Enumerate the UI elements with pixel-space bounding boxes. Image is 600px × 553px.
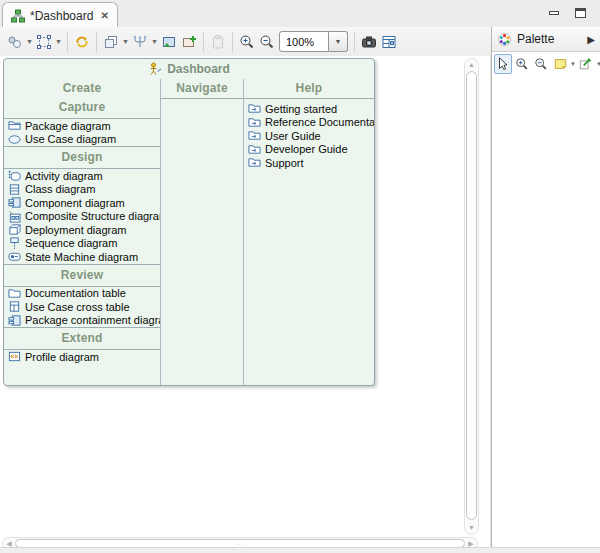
item-label: Getting started bbox=[265, 103, 337, 115]
dropdown-arrow-icon[interactable]: ▼ bbox=[570, 61, 576, 67]
palette-flyout-icon[interactable]: ▶ bbox=[587, 34, 595, 45]
synchronize-button[interactable] bbox=[72, 31, 92, 53]
use-case-diagram-icon bbox=[8, 133, 21, 146]
item-label: Activity diagram bbox=[25, 170, 103, 182]
minimize-icon[interactable] bbox=[549, 11, 559, 15]
help-folder-icon bbox=[248, 129, 261, 142]
dashboard-item-class-diagram[interactable]: Class diagram bbox=[4, 183, 160, 197]
arrange-button[interactable] bbox=[130, 31, 150, 53]
dashboard-item-deployment-diagram[interactable]: Deployment diagram bbox=[4, 223, 160, 237]
palette-zoom-out-tool[interactable] bbox=[532, 54, 550, 74]
dropdown-arrow-icon[interactable]: ▼ bbox=[25, 38, 34, 45]
help-item-reference-documentation[interactable]: Reference Documentation bbox=[244, 116, 374, 130]
zoom-level-combo[interactable]: 100% ▼ bbox=[279, 31, 348, 52]
selection-filter-icon bbox=[36, 34, 52, 50]
vertical-scrollbar-thumb[interactable] bbox=[466, 71, 477, 520]
grid-view-icon bbox=[381, 34, 397, 50]
scroll-up-icon[interactable]: ▲ bbox=[468, 59, 475, 71]
item-label: Use Case diagram bbox=[25, 133, 116, 145]
paste-button-disabled bbox=[208, 31, 228, 53]
synchronize-icon bbox=[74, 34, 90, 50]
selection-filter-button[interactable] bbox=[34, 31, 54, 53]
dashboard-item-package-diagram[interactable]: Package diagram bbox=[4, 119, 160, 133]
diagram-toolbar: ▼ ▼ ▼ ▼ bbox=[0, 27, 491, 56]
diagram-tree-icon bbox=[11, 9, 25, 23]
vertical-scrollbar[interactable]: ▲ ▼ bbox=[464, 58, 479, 535]
diagram-canvas[interactable]: Dashboard Create Capture Package diagram bbox=[0, 56, 491, 547]
zoom-level-value[interactable]: 100% bbox=[279, 31, 329, 52]
duplicate-icon bbox=[103, 34, 119, 50]
cursor-icon bbox=[496, 57, 510, 71]
scroll-down-icon[interactable]: ▼ bbox=[468, 522, 475, 534]
help-item-developer-guide[interactable]: Developer Guide bbox=[244, 143, 374, 157]
navigate-header: Navigate bbox=[161, 79, 243, 98]
dropdown-arrow-icon[interactable]: ▼ bbox=[150, 38, 159, 45]
tab-title: *Dashboard bbox=[30, 9, 93, 23]
deployment-diagram-icon bbox=[8, 223, 21, 236]
item-label: Package diagram bbox=[25, 120, 111, 132]
palette-title: Palette bbox=[517, 32, 554, 46]
dashboard-item-sequence-diagram[interactable]: Sequence diagram bbox=[4, 237, 160, 251]
add-image-button[interactable] bbox=[179, 31, 199, 53]
duplicate-button[interactable] bbox=[101, 31, 121, 53]
toolbar-separator bbox=[354, 32, 355, 52]
view-controls bbox=[549, 8, 586, 18]
dashboard-columns: Create Capture Package diagram Use Case … bbox=[4, 79, 374, 385]
export-image-button[interactable] bbox=[159, 31, 179, 53]
dashboard-item-profile-diagram[interactable]: Profile diagram bbox=[4, 350, 160, 364]
zoom-out-icon bbox=[534, 57, 548, 71]
dashboard-item-use-case-diagram[interactable]: Use Case diagram bbox=[4, 133, 160, 147]
item-label: Composite Structure diagram bbox=[25, 210, 161, 222]
help-item-getting-started[interactable]: Getting started bbox=[244, 102, 374, 116]
palette-header[interactable]: Palette ▶ bbox=[492, 27, 600, 52]
paste-icon bbox=[210, 34, 226, 50]
camera-button[interactable] bbox=[359, 31, 379, 53]
show-related-elements-button[interactable] bbox=[5, 31, 25, 53]
dropdown-arrow-icon[interactable]: ▼ bbox=[54, 38, 63, 45]
zoom-out-button[interactable] bbox=[257, 31, 277, 53]
item-label: Support bbox=[265, 157, 304, 169]
zoom-level-dropdown-icon[interactable]: ▼ bbox=[329, 31, 348, 52]
zoom-in-icon bbox=[515, 57, 529, 71]
zoom-in-button[interactable] bbox=[237, 31, 257, 53]
dashboard-item-composite-structure-diagram[interactable]: Composite Structure diagram bbox=[4, 210, 160, 224]
toolbar-separator bbox=[203, 32, 204, 52]
dashboard-item-documentation-table[interactable]: Documentation table bbox=[4, 287, 160, 301]
activity-diagram-icon bbox=[8, 169, 21, 182]
note-tool[interactable] bbox=[551, 54, 569, 74]
maximize-icon[interactable] bbox=[575, 8, 586, 18]
grid-view-button[interactable] bbox=[379, 31, 399, 53]
dropdown-arrow-icon[interactable]: ▼ bbox=[121, 38, 130, 45]
help-folder-icon bbox=[248, 156, 261, 169]
help-item-support[interactable]: Support bbox=[244, 156, 374, 170]
help-folder-icon bbox=[248, 116, 261, 129]
dashboard-title-row: Dashboard bbox=[4, 59, 374, 79]
tab-dashboard[interactable]: *Dashboard ✕ bbox=[2, 2, 118, 28]
dashboard-item-activity-diagram[interactable]: Activity diagram bbox=[4, 169, 160, 183]
dashboard-item-use-case-cross-table[interactable]: Use Case cross table bbox=[4, 300, 160, 314]
camera-icon bbox=[361, 34, 377, 50]
editor-tab-bar: *Dashboard ✕ bbox=[0, 0, 600, 27]
select-tool[interactable] bbox=[494, 54, 512, 74]
item-label: Deployment diagram bbox=[25, 224, 127, 236]
design-section-header: Design bbox=[4, 147, 160, 168]
navigate-column: Navigate bbox=[161, 79, 244, 385]
dashboard-item-state-machine-diagram[interactable]: State Machine diagram bbox=[4, 250, 160, 264]
item-label: Documentation table bbox=[25, 287, 126, 299]
link-tool[interactable] bbox=[577, 54, 595, 74]
dashboard-title: Dashboard bbox=[167, 62, 230, 76]
tab-close-icon[interactable]: ✕ bbox=[98, 10, 108, 21]
zoom-out-icon bbox=[259, 34, 275, 50]
dropdown-arrow-icon[interactable]: ▼ bbox=[596, 61, 600, 67]
documentation-table-icon bbox=[8, 287, 21, 300]
item-label: User Guide bbox=[265, 130, 321, 142]
item-label: Use Case cross table bbox=[25, 301, 130, 313]
item-label: State Machine diagram bbox=[25, 251, 138, 263]
zoom-in-icon bbox=[239, 34, 255, 50]
dashboard-item-component-diagram[interactable]: Component diagram bbox=[4, 196, 160, 210]
class-diagram-icon bbox=[8, 183, 21, 196]
palette-zoom-in-tool[interactable] bbox=[513, 54, 531, 74]
help-column: Help Getting started Reference Document bbox=[244, 79, 374, 385]
dashboard-item-package-containment-diagram[interactable]: Package containment diagram bbox=[4, 314, 160, 328]
help-item-user-guide[interactable]: User Guide bbox=[244, 129, 374, 143]
